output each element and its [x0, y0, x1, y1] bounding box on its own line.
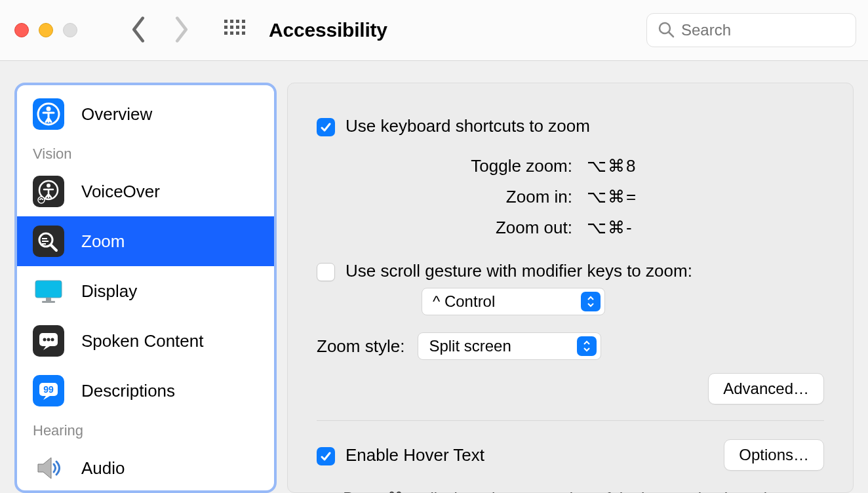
sidebar-item-descriptions[interactable]: 99 Descriptions: [17, 366, 274, 416]
voiceover-icon: [33, 176, 64, 207]
svg-rect-24: [35, 281, 62, 298]
zoom-out-value: ⌥⌘-: [587, 212, 633, 243]
search-box[interactable]: [646, 13, 856, 47]
close-window-button[interactable]: [14, 23, 29, 37]
spoken-content-icon: [33, 325, 64, 357]
svg-point-16: [47, 107, 51, 111]
sidebar-section-vision: Vision: [17, 139, 274, 167]
main-panel: Use keyboard shortcuts to zoom Toggle zo…: [287, 83, 854, 493]
sidebar-item-label: Zoom: [81, 231, 125, 252]
svg-rect-8: [224, 31, 227, 35]
zoom-style-select[interactable]: Split screen: [418, 332, 601, 360]
minimize-window-button[interactable]: [39, 23, 53, 37]
zoom-in-value: ⌥⌘=: [587, 182, 637, 212]
svg-rect-9: [230, 31, 233, 35]
advanced-button[interactable]: Advanced…: [708, 373, 824, 404]
svg-rect-26: [42, 301, 55, 303]
svg-point-30: [47, 338, 50, 342]
sidebar-item-label: Descriptions: [81, 381, 175, 401]
svg-rect-3: [242, 20, 245, 23]
zoom-style-label: Zoom style:: [317, 336, 404, 357]
display-icon: [33, 275, 64, 307]
shortcut-list: Toggle zoom: ⌥⌘8 Zoom in: ⌥⌘= Zoom out: …: [317, 151, 824, 243]
modifier-key-select[interactable]: ^ Control: [422, 288, 605, 315]
search-input[interactable]: [681, 21, 845, 39]
modifier-key-value: ^ Control: [433, 292, 495, 311]
sidebar-item-label: Overview: [81, 104, 152, 125]
sidebar: Overview Vision VoiceOver Zoom Display S: [14, 83, 277, 493]
sidebar-item-overview[interactable]: Overview: [17, 89, 274, 139]
svg-point-29: [43, 338, 47, 342]
sidebar-item-audio[interactable]: Audio: [17, 443, 274, 493]
fullscreen-window-button[interactable]: [63, 23, 77, 37]
sidebar-item-label: Audio: [81, 458, 125, 479]
svg-rect-10: [236, 31, 239, 35]
svg-rect-4: [224, 26, 227, 29]
chevron-updown-icon: [577, 336, 597, 356]
zoom-style-value: Split screen: [429, 337, 511, 355]
zoom-icon: [33, 226, 64, 257]
checkbox-keyboard-shortcuts[interactable]: [317, 118, 335, 136]
options-button-label: Options…: [739, 446, 809, 464]
sidebar-item-label: Display: [81, 281, 137, 302]
toggle-zoom-label: Toggle zoom:: [317, 151, 572, 182]
sidebar-item-spoken-content[interactable]: Spoken Content: [17, 316, 274, 366]
svg-rect-25: [46, 298, 51, 301]
apps-grid-button[interactable]: [223, 18, 269, 43]
descriptions-icon: 99: [33, 375, 64, 406]
overview-icon: [33, 98, 64, 130]
scroll-gesture-label: Use scroll gesture with modifier keys to…: [345, 261, 692, 281]
checkbox-scroll-gesture[interactable]: [317, 263, 335, 281]
zoom-out-label: Zoom out:: [317, 212, 572, 243]
svg-point-20: [38, 197, 45, 203]
svg-line-13: [669, 32, 673, 37]
back-button[interactable]: [130, 16, 147, 45]
hover-text-label: Enable Hover Text: [345, 445, 484, 465]
svg-rect-1: [230, 20, 233, 23]
forward-button[interactable]: [173, 16, 190, 45]
advanced-button-label: Advanced…: [723, 380, 809, 398]
sidebar-item-voiceover[interactable]: VoiceOver: [17, 167, 274, 216]
window-controls: [14, 23, 77, 37]
sidebar-item-zoom[interactable]: Zoom: [17, 216, 274, 266]
svg-rect-2: [236, 20, 239, 23]
toolbar: Accessibility: [0, 0, 868, 61]
svg-rect-5: [230, 26, 233, 29]
svg-point-31: [51, 338, 54, 342]
search-icon: [658, 21, 675, 40]
svg-rect-0: [224, 20, 227, 23]
audio-icon: [33, 452, 64, 484]
options-button[interactable]: Options…: [724, 439, 824, 471]
zoom-in-label: Zoom in:: [317, 182, 572, 212]
toggle-zoom-value: ⌥⌘8: [587, 151, 637, 182]
svg-point-19: [47, 184, 50, 187]
sidebar-section-hearing: Hearing: [17, 416, 274, 443]
sidebar-item-label: Spoken Content: [81, 331, 203, 351]
divider: [317, 420, 824, 421]
svg-rect-7: [242, 26, 245, 29]
nav-arrows: [130, 16, 190, 45]
svg-rect-6: [236, 26, 239, 29]
sidebar-item-label: VoiceOver: [81, 182, 160, 202]
window-title: Accessibility: [269, 19, 387, 41]
checkbox-hover-text[interactable]: [317, 447, 335, 465]
chevron-updown-icon: [581, 292, 601, 311]
svg-rect-11: [242, 31, 245, 35]
sidebar-item-display[interactable]: Display: [17, 266, 274, 316]
svg-text:99: 99: [43, 384, 54, 395]
hover-text-hint: Press ⌘ to display a large-text view of …: [317, 489, 824, 493]
keyboard-shortcuts-label: Use keyboard shortcuts to zoom: [345, 116, 590, 136]
